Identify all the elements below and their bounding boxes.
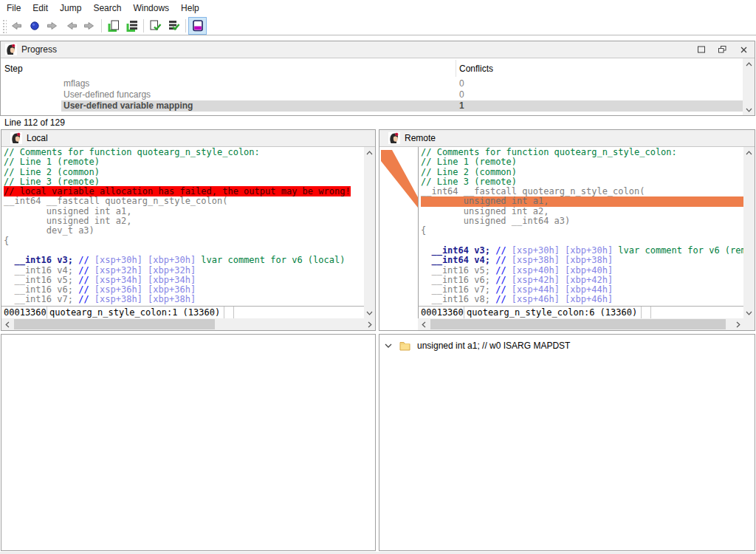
code-line: // Line 1 (remote) — [4, 157, 364, 167]
local-pane-header[interactable]: Local — [1, 130, 375, 147]
code-line: { — [421, 226, 743, 236]
status-cell — [642, 307, 651, 318]
code-line: // Line 1 (remote) — [421, 157, 743, 167]
ida-app-icon — [10, 132, 22, 144]
step-cell: mflags — [63, 78, 89, 89]
menu-item-search[interactable]: Search — [87, 0, 127, 16]
code-line: __int16 v6; // [xsp+42h] [xbp+42h] — [421, 276, 743, 285]
document-button[interactable] — [104, 17, 123, 35]
close-icon[interactable] — [733, 41, 755, 58]
status-cell — [224, 307, 234, 318]
progress-step-row[interactable]: User-defined funcargs0 — [1, 89, 743, 100]
scroll-right-icon[interactable] — [364, 318, 375, 330]
column-header-step[interactable]: Step — [4, 64, 23, 74]
bottom-left-pane[interactable] — [1, 334, 376, 551]
status-cell: quotearg_n_style_colon:6 (13360) — [464, 307, 642, 318]
segments-button[interactable] — [123, 17, 141, 35]
scrollbar-thumb[interactable] — [14, 319, 215, 329]
chevron-down-icon[interactable] — [385, 343, 392, 348]
code-line: // local variable allocation has failed,… — [4, 187, 364, 196]
progress-step-row[interactable]: User-defined variable mapping1 — [1, 100, 743, 112]
merge-view-icon — [191, 19, 205, 33]
conflicts-cell: 1 — [459, 100, 464, 112]
progress-window-title: Progress — [21, 44, 57, 55]
progress-step-row[interactable]: mflags0 — [1, 78, 743, 89]
ida-app-icon — [5, 44, 17, 55]
segments-check-button[interactable] — [165, 17, 183, 35]
code-line: // Comments for function quotearg_n_styl… — [421, 148, 743, 157]
local-code-view[interactable]: // Comments for function quotearg_n_styl… — [1, 147, 364, 306]
code-line: __int16 v7; // [xsp+38h] [xbp+38h] — [4, 295, 364, 304]
stop-circle-button[interactable] — [25, 17, 44, 35]
remote-horizontal-scrollbar[interactable] — [418, 318, 743, 330]
toolbar-separator — [101, 19, 102, 33]
segments-check-icon — [167, 19, 181, 33]
next-arrow-button[interactable] — [80, 17, 99, 35]
remote-pane-header[interactable]: Remote — [379, 130, 755, 147]
stop-circle-icon — [30, 21, 40, 31]
local-status-bar: 00013360quotearg_n_style_colon:1 (13360) — [1, 306, 364, 318]
menu-item-jump[interactable]: Jump — [54, 0, 87, 16]
scroll-left-icon[interactable] — [418, 318, 429, 330]
remote-code-view[interactable]: // Comments for function quotearg_n_styl… — [418, 147, 743, 306]
menu-item-file[interactable]: File — [1, 0, 27, 16]
toolbar-separator — [185, 19, 186, 33]
merge-view-button[interactable] — [188, 17, 207, 35]
column-header-conflicts[interactable]: Conflicts — [459, 64, 493, 74]
progress-titlebar[interactable]: Progress — [1, 41, 755, 58]
code-line: __int16 v7; // [xsp+44h] [xbp+44h] — [421, 285, 743, 295]
scroll-down-icon[interactable] — [743, 104, 755, 115]
toolbar-grip[interactable] — [1, 18, 7, 33]
forward-arrow-icon — [47, 21, 59, 31]
back-arrow-button[interactable] — [7, 17, 25, 35]
step-cell: User-defined variable mapping — [63, 100, 193, 112]
bottom-right-pane: unsigned int a1; // w0 ISARG MAPDST — [379, 334, 755, 551]
segments-icon — [126, 19, 139, 33]
remote-pane: Remote // Comments for function quotearg… — [379, 129, 755, 331]
scroll-up-icon[interactable] — [743, 58, 755, 69]
scroll-up-icon[interactable] — [364, 147, 376, 158]
menu-bar: FileEditJumpSearchWindowsHelp — [0, 0, 756, 16]
table-header[interactable]: Step Conflicts — [1, 58, 743, 78]
code-line: unsigned int a2, — [4, 216, 364, 226]
document-icon — [107, 19, 120, 33]
local-horizontal-scrollbar[interactable] — [1, 318, 375, 330]
code-line: __int64 v3; // [xsp+30h] [xbp+30h] lvar … — [421, 246, 743, 256]
local-pane-title: Local — [27, 133, 48, 143]
local-vertical-scrollbar[interactable] — [364, 147, 375, 318]
toolbar-separator — [143, 19, 144, 33]
scrollbar-thumb[interactable] — [430, 319, 726, 329]
code-line — [421, 236, 743, 246]
code-line: __int16 v5; // [xsp+40h] [xbp+40h] — [421, 266, 743, 276]
forward-arrow-button[interactable] — [44, 17, 62, 35]
variable-mapping-tree-item[interactable]: unsigned int a1; // w0 ISARG MAPDST — [379, 335, 755, 351]
scroll-left-icon[interactable] — [1, 318, 13, 330]
status-cell: quotearg_n_style_colon:1 (13360) — [47, 307, 224, 318]
document-check-button[interactable] — [146, 17, 165, 35]
float-window-button[interactable] — [712, 41, 733, 58]
progress-table-scrollbar[interactable] — [743, 58, 755, 115]
prev-arrow-button[interactable] — [62, 17, 80, 35]
remote-vertical-scrollbar[interactable] — [743, 147, 755, 318]
maximize-button[interactable] — [690, 41, 712, 58]
conflicts-cell: 0 — [459, 89, 464, 100]
scroll-down-icon[interactable] — [743, 307, 755, 318]
back-arrow-icon — [10, 21, 22, 31]
code-line: __int16 v6; // [xsp+36h] [xbp+36h] — [4, 285, 364, 295]
scroll-right-icon[interactable] — [732, 318, 743, 330]
scrollbar-track[interactable] — [429, 318, 732, 330]
code-line: unsigned int a2, — [421, 207, 743, 216]
scrollbar-track[interactable] — [13, 318, 364, 330]
code-line: { — [4, 236, 364, 246]
code-line: __int64 v4; // [xsp+38h] [xbp+38h] — [421, 256, 743, 265]
code-line: __int16 v5; // [xsp+34h] [xbp+34h] — [4, 276, 364, 285]
menu-item-edit[interactable]: Edit — [27, 0, 54, 16]
menu-item-help[interactable]: Help — [175, 0, 205, 16]
scroll-down-icon[interactable] — [364, 307, 376, 318]
progress-step-table: Step Conflicts mflags0User-defined funca… — [1, 58, 743, 115]
scroll-up-icon[interactable] — [743, 147, 755, 158]
code-line: // Line 3 (remote) — [421, 177, 743, 187]
menu-item-windows[interactable]: Windows — [127, 0, 175, 16]
ida-app-icon — [388, 132, 400, 144]
code-line: // Line 3 (remote) — [4, 177, 364, 187]
